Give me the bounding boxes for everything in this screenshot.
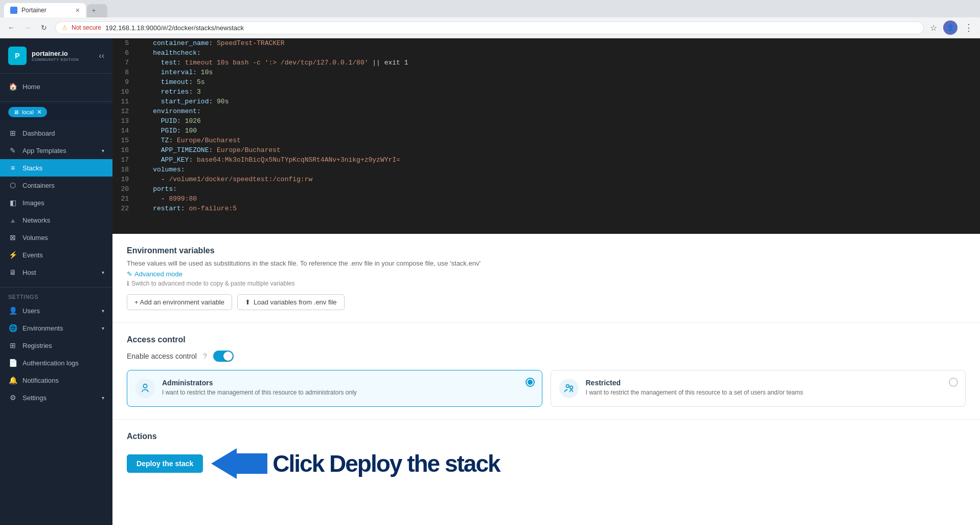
access-control-title: Access control: [127, 335, 966, 344]
forward-button[interactable]: →: [20, 20, 35, 35]
sidebar-item-volumes[interactable]: ⊠ Volumes: [0, 229, 112, 246]
sidebar-item-environments[interactable]: 🌐 Environments ▾: [0, 319, 112, 337]
app-templates-arrow: ▾: [102, 148, 104, 154]
home-icon: 🏠: [8, 82, 17, 91]
svg-marker-5: [211, 448, 267, 479]
reload-button[interactable]: ↻: [37, 20, 51, 35]
sidebar-home-label: Home: [22, 83, 40, 91]
networks-icon: ⟁: [8, 216, 17, 224]
sidebar-notifications-label: Notifications: [22, 377, 59, 384]
load-env-label: Load variables from .env file: [254, 298, 337, 306]
load-env-file-button[interactable]: ⬆ Load variables from .env file: [237, 294, 345, 310]
address-bar[interactable]: ⚠ Not secure 192.168.1.18:9000/#/2/docke…: [55, 21, 924, 34]
env-variables-desc: These values will be used as substitutio…: [127, 259, 966, 267]
code-line-22: 22 restart: on-failure:5: [112, 204, 980, 213]
administrators-radio[interactable]: [526, 378, 535, 387]
menu-button[interactable]: ⋮: [962, 20, 976, 35]
profile-avatar[interactable]: 👤: [943, 20, 958, 35]
add-env-variable-button[interactable]: + Add an environment variable: [127, 294, 232, 310]
annotation-arrow-svg: [211, 448, 267, 479]
code-line-21: 21 - 8999:80: [112, 194, 980, 204]
bookmark-button[interactable]: ☆: [928, 21, 939, 35]
sidebar-item-images[interactable]: ◧ Images: [0, 194, 112, 211]
sidebar-events-label: Events: [22, 251, 43, 259]
code-line-12: 12 environment:: [112, 106, 980, 116]
access-control-toggle[interactable]: [213, 351, 234, 362]
sidebar-item-containers[interactable]: ⬡ Containers: [0, 177, 112, 194]
sidebar-settings-section: 👤 Users ▾ 🌐 Environments ▾ ⊞ Registries …: [0, 302, 112, 410]
env-variables-hint: ℹ Switch to advanced mode to copy & past…: [127, 280, 966, 287]
access-cards: Administrators I want to restrict the ma…: [127, 370, 966, 407]
code-line-19: 19 - /volume1/docker/speedtest:/config:r…: [112, 174, 980, 184]
tab-close-btn[interactable]: ×: [76, 6, 80, 14]
annotation-text: Click Deploy the stack: [272, 450, 499, 477]
sidebar-divider-2: [0, 287, 112, 288]
browser-tabs: Portainer × +: [4, 3, 976, 17]
events-icon: ⚡: [8, 251, 17, 259]
browser-chrome: Portainer × +: [0, 0, 980, 17]
deploy-stack-button[interactable]: Deploy the stack: [127, 454, 203, 473]
administrators-title: Administrators: [162, 379, 357, 387]
sidebar-item-stacks[interactable]: ≡ Stacks: [0, 159, 112, 177]
sidebar-home-section: 🏠 Home: [0, 74, 112, 99]
logo-area: P portainer.io COMMUNITY EDITION: [8, 47, 79, 65]
sidebar-item-dashboard[interactable]: ⊞ Dashboard: [0, 124, 112, 142]
sidebar-dashboard-label: Dashboard: [22, 129, 55, 137]
sidebar-item-app-templates[interactable]: ✎ App Templates ▾: [0, 142, 112, 159]
code-line-8: 8 interval: 10s: [112, 68, 980, 77]
url-text: 192.168.1.18:9000/#/2/docker/stacks/news…: [105, 24, 244, 32]
sidebar-users-label: Users: [22, 307, 40, 315]
hint-text: Switch to advanced mode to copy & paste …: [131, 280, 295, 287]
sidebar-item-events[interactable]: ⚡ Events: [0, 246, 112, 264]
browser-toolbar: ← → ↻ ⚠ Not secure 192.168.1.18:9000/#/2…: [0, 17, 980, 38]
sidebar-item-home[interactable]: 🏠 Home: [0, 78, 112, 95]
users-icon: 👤: [8, 307, 17, 315]
logo-name: portainer.io: [32, 50, 79, 57]
env-close-btn[interactable]: ✕: [37, 108, 42, 116]
env-variables-section: Environment variables These values will …: [112, 234, 980, 323]
edit-icon: ✎: [127, 270, 132, 278]
new-tab-btn[interactable]: +: [87, 4, 107, 17]
notifications-icon: 🔔: [8, 376, 17, 384]
content-area: 5 container_name: SpeedTest-TRACKER 6 he…: [112, 38, 980, 525]
sidebar-collapse-btn[interactable]: ‹‹: [99, 51, 104, 60]
restricted-radio[interactable]: [949, 378, 958, 387]
settings-section-label: Settings: [0, 290, 112, 302]
svg-point-4: [569, 386, 573, 389]
code-line-13: 13 PUID: 1026: [112, 116, 980, 126]
users-arrow: ▾: [102, 308, 104, 314]
sidebar-item-registries[interactable]: ⊞ Registries: [0, 337, 112, 354]
nav-buttons: ← → ↻: [4, 20, 51, 35]
code-editor[interactable]: 5 container_name: SpeedTest-TRACKER 6 he…: [112, 38, 980, 234]
sidebar-containers-label: Containers: [22, 182, 55, 189]
code-line-20: 20 ports:: [112, 184, 980, 194]
access-control-label: Enable access control: [127, 352, 197, 360]
code-line-10: 10 retries: 3: [112, 87, 980, 97]
code-line-5: 5 container_name: SpeedTest-TRACKER: [112, 38, 980, 48]
sidebar-volumes-label: Volumes: [22, 234, 48, 242]
sidebar-env-section: ⊞ Dashboard ✎ App Templates ▾ ≡ Stacks ⬡…: [0, 120, 112, 285]
env-variables-buttons: + Add an environment variable ⬆ Load var…: [127, 294, 966, 310]
active-tab[interactable]: Portainer ×: [4, 3, 86, 17]
sidebar-item-auth-logs[interactable]: 📄 Authentication logs: [0, 354, 112, 371]
access-control-section: Access control Enable access control ?: [112, 323, 980, 420]
app-templates-icon: ✎: [8, 146, 17, 155]
access-card-restricted[interactable]: Restricted I want to restrict the manage…: [551, 370, 966, 407]
code-line-6: 6 healthcheck:: [112, 48, 980, 58]
access-card-administrators[interactable]: Administrators I want to restrict the ma…: [127, 370, 542, 407]
sidebar-item-notifications[interactable]: 🔔 Notifications: [0, 371, 112, 389]
containers-icon: ⬡: [8, 181, 17, 189]
back-button[interactable]: ←: [4, 20, 18, 35]
host-arrow: ▾: [102, 270, 104, 275]
sidebar-item-users[interactable]: 👤 Users ▾: [0, 302, 112, 319]
sidebar-item-host[interactable]: 🖥 Host ▾: [0, 264, 112, 281]
code-line-14: 14 PGID: 100: [112, 126, 980, 136]
sidebar-item-settings[interactable]: ⚙ Settings ▾: [0, 389, 112, 406]
sidebar-item-networks[interactable]: ⟁ Networks: [0, 211, 112, 229]
actions-title: Actions: [127, 432, 966, 441]
stacks-icon: ≡: [8, 164, 17, 172]
env-icon: 🖥: [13, 109, 19, 115]
host-icon: 🖥: [8, 268, 17, 276]
advanced-mode-link[interactable]: ✎ Advanced mode: [127, 270, 966, 278]
tab-title: Portainer: [21, 7, 47, 14]
